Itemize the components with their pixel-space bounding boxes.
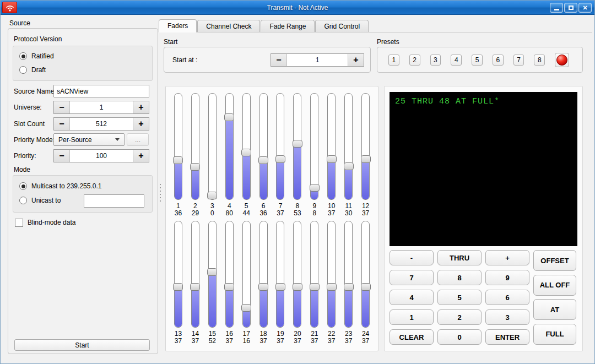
source-name-input[interactable]: sACNView [53, 85, 149, 97]
keypad-button-clear[interactable]: CLEAR [390, 329, 434, 345]
fader-track[interactable] [361, 221, 370, 328]
fader-handle[interactable] [293, 140, 302, 148]
fader-handle[interactable] [224, 283, 234, 291]
universe-decrement-button[interactable]: − [54, 101, 70, 113]
keypad-button-2[interactable]: 2 [437, 309, 482, 325]
start-at-value[interactable]: 1 [287, 54, 348, 66]
fader-track[interactable] [242, 221, 251, 328]
slot-count-value[interactable]: 512 [70, 118, 133, 130]
fader-track[interactable] [293, 221, 301, 328]
keypad-button-0[interactable]: 0 [437, 329, 482, 345]
fader-track[interactable] [191, 93, 199, 200]
fader-track[interactable] [344, 93, 353, 200]
keypad-button-full[interactable]: FULL [533, 324, 576, 345]
priority-decrement-button[interactable]: − [54, 150, 70, 162]
fader-handle[interactable] [224, 113, 234, 121]
fader-track[interactable] [208, 221, 217, 328]
fader-handle[interactable] [258, 283, 268, 291]
start-transmit-button[interactable]: Start [14, 339, 150, 351]
keypad-button-minus[interactable]: - [390, 250, 434, 265]
fader-track[interactable] [225, 93, 234, 200]
close-button[interactable]: ✕ [578, 3, 592, 13]
fader-handle[interactable] [207, 268, 217, 276]
fader-track[interactable] [293, 93, 301, 200]
fader-handle[interactable] [327, 155, 337, 163]
preset-button-6[interactable]: 6 [493, 55, 504, 66]
radio-unicast[interactable]: Unicast to [19, 195, 61, 205]
fader-track[interactable] [310, 221, 318, 328]
fader-track[interactable] [310, 93, 318, 200]
keypad-button-5[interactable]: 5 [437, 290, 482, 305]
keypad-button-all-off[interactable]: ALL OFF [533, 275, 576, 296]
keypad-button-thru[interactable]: THRU [437, 250, 482, 265]
radio-draft[interactable]: Draft [19, 65, 46, 75]
keypad-button-1[interactable]: 1 [390, 309, 434, 325]
fader-handle[interactable] [173, 156, 183, 164]
fader-track[interactable] [327, 221, 336, 328]
fader-handle[interactable] [361, 155, 371, 163]
preset-button-1[interactable]: 1 [388, 55, 399, 66]
fader-track[interactable] [327, 93, 336, 200]
fader-handle[interactable] [310, 184, 320, 192]
fader-handle[interactable] [344, 162, 354, 170]
keypad-button-plus[interactable]: + [485, 250, 529, 265]
fader-handle[interactable] [293, 283, 302, 291]
splitter-handle[interactable] [160, 184, 161, 202]
fader-handle[interactable] [258, 156, 268, 164]
slot-count-decrement-button[interactable]: − [54, 118, 70, 130]
titlebar[interactable]: Transmit - Not Active ✕ [1, 1, 594, 15]
universe-value[interactable]: 1 [70, 101, 133, 113]
tab-fade-range[interactable]: Fade Range [261, 20, 315, 32]
fader-track[interactable] [259, 93, 268, 200]
preset-button-7[interactable]: 7 [513, 55, 524, 66]
fader-handle[interactable] [241, 149, 251, 156]
keypad-button-6[interactable]: 6 [485, 290, 529, 305]
tab-channel-check[interactable]: Channel Check [197, 20, 260, 32]
fader-handle[interactable] [241, 304, 251, 312]
fader-track[interactable] [276, 221, 284, 328]
keypad-button-offset[interactable]: OFFSET [533, 250, 576, 271]
start-at-decrement-button[interactable]: − [271, 54, 287, 66]
keypad-button-8[interactable]: 8 [437, 270, 482, 285]
fader-handle[interactable] [361, 283, 371, 291]
radio-multicast[interactable]: Multicast to 239.255.0.1 [19, 181, 101, 191]
fader-track[interactable] [174, 221, 182, 328]
fader-handle[interactable] [344, 283, 354, 291]
tab-grid-control[interactable]: Grid Control [315, 20, 369, 32]
fader-track[interactable] [225, 221, 234, 328]
priority-value[interactable]: 100 [70, 150, 133, 162]
start-at-increment-button[interactable]: + [348, 54, 364, 66]
priority-mode-more-button[interactable]: ... [127, 133, 149, 146]
fader-track[interactable] [174, 93, 182, 200]
preset-button-5[interactable]: 5 [472, 55, 483, 66]
fader-handle[interactable] [310, 283, 320, 291]
fader-handle[interactable] [207, 192, 217, 199]
preset-button-2[interactable]: 2 [409, 55, 420, 66]
priority-mode-select[interactable]: Per-Source [53, 133, 125, 146]
fader-handle[interactable] [275, 283, 285, 291]
fader-track[interactable] [259, 221, 268, 328]
fader-track[interactable] [276, 93, 284, 200]
fader-handle[interactable] [173, 283, 183, 291]
fader-handle[interactable] [275, 155, 285, 163]
blind-mode-checkbox-row[interactable]: Blind-mode data [15, 218, 75, 227]
keypad-button-7[interactable]: 7 [390, 270, 434, 285]
keypad-button-at[interactable]: AT [533, 299, 576, 320]
radio-ratified[interactable]: Ratified [19, 51, 54, 61]
record-preset-button[interactable] [555, 53, 569, 67]
slot-count-increment-button[interactable]: + [133, 118, 149, 130]
preset-button-4[interactable]: 4 [451, 55, 462, 66]
priority-increment-button[interactable]: + [133, 150, 149, 162]
fader-track[interactable] [208, 93, 217, 200]
keypad-button-enter[interactable]: ENTER [485, 329, 529, 345]
preset-button-8[interactable]: 8 [534, 55, 545, 66]
fader-track[interactable] [191, 221, 199, 328]
universe-increment-button[interactable]: + [133, 101, 149, 113]
fader-handle[interactable] [190, 283, 200, 291]
keypad-button-9[interactable]: 9 [485, 270, 529, 285]
preset-button-3[interactable]: 3 [430, 55, 441, 66]
fader-handle[interactable] [190, 163, 200, 171]
unicast-address-input[interactable] [84, 194, 144, 208]
maximize-button[interactable] [564, 3, 577, 13]
tab-faders[interactable]: Faders [159, 19, 197, 32]
